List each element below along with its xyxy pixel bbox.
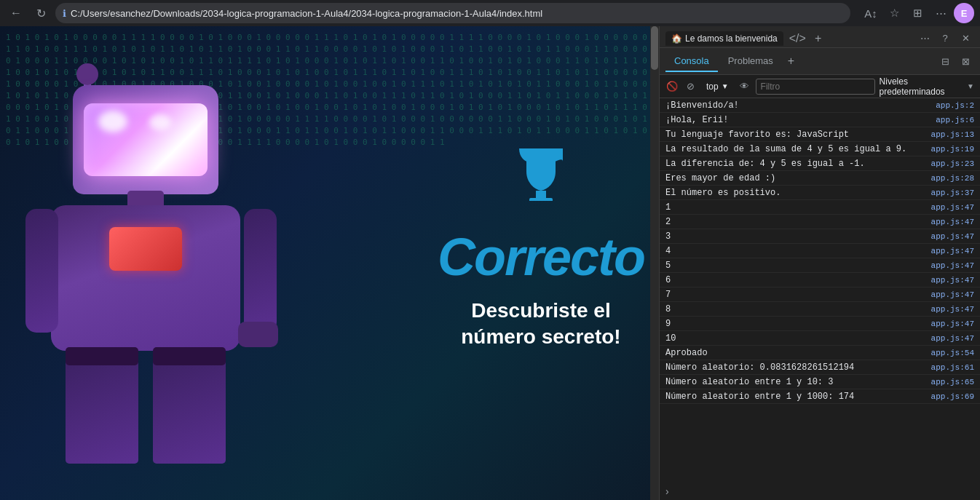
devtools-header: 🏠 Le damos la bienvenida </> + ⋯ ? ✕ Con… — [660, 26, 980, 75]
console-text: ¡Bienvenido/a! — [665, 100, 739, 111]
console-link[interactable]: app.js:47 — [931, 261, 974, 270]
console-link[interactable]: app.js:47 — [931, 290, 974, 299]
tab-add-button[interactable]: + — [783, 52, 799, 71]
pinned-tab[interactable]: 🏠 Le damos la bienvenida — [665, 31, 783, 46]
console-link[interactable]: app.js:47 — [931, 218, 974, 226]
address-bar[interactable]: ℹ C:/Users/esanchez/Downloads/2034-logic… — [55, 3, 850, 23]
console-line: 2app.js:47 — [660, 215, 980, 229]
bookmark-button[interactable]: ☆ — [884, 3, 904, 23]
profile-button[interactable]: E — [954, 3, 974, 23]
devtools-tabs: Consola Problemas + ⊟ ⊠ — [660, 48, 980, 74]
dock-button[interactable]: ⊠ — [957, 52, 974, 70]
eye-button[interactable]: 👁 — [738, 79, 751, 95]
subtitle-line1: Descubriste el — [471, 299, 610, 322]
console-link[interactable]: app.js:6 — [936, 116, 974, 124]
console-line: Número aleatorio entre 1 y 1000: 174app.… — [660, 389, 980, 404]
split-view-button[interactable]: ⊟ — [936, 52, 954, 70]
context-selector[interactable]: top ▼ — [702, 80, 733, 93]
console-text: 4 — [665, 246, 671, 256]
page-scrollbar[interactable] — [650, 26, 659, 500]
console-link[interactable]: app.js:37 — [931, 189, 974, 197]
robot-visor-shine — [98, 111, 127, 132]
console-link[interactable]: app.js:61 — [931, 363, 974, 372]
console-text: Número aleatorio entre 1 y 1000: 174 — [665, 392, 854, 402]
console-line: 8app.js:47 — [660, 302, 980, 317]
favorites-button[interactable]: ⊞ — [907, 3, 928, 23]
console-line: ¡Hola, Erii!app.js:6 — [660, 113, 980, 127]
console-text: 9 — [665, 319, 671, 329]
filter-toggle-button[interactable]: ⊘ — [684, 79, 698, 95]
levels-chevron-icon[interactable]: ▼ — [967, 82, 974, 90]
console-link[interactable]: app.js:2 — [936, 101, 974, 110]
back-button[interactable]: ← — [6, 3, 26, 23]
console-link[interactable]: app.js:13 — [931, 130, 974, 139]
console-text: 3 — [665, 231, 671, 242]
devtools-help-button[interactable]: ? — [936, 30, 954, 47]
console-line: Número aleatorio: 0.0831628261512194app.… — [660, 360, 980, 375]
console-link[interactable]: app.js:23 — [931, 159, 974, 168]
console-link[interactable]: app.js:47 — [931, 247, 974, 255]
console-line: Número aleatorio entre 1 y 10: 3app.js:6… — [660, 375, 980, 389]
browser-chrome: ← ↻ ℹ C:/Users/esanchez/Downloads/2034-l… — [0, 0, 980, 26]
console-text: 7 — [665, 290, 671, 300]
console-link[interactable]: app.js:65 — [931, 378, 974, 386]
page-content: Correcto Descubriste el número secreto! — [438, 143, 644, 351]
console-link[interactable]: app.js:47 — [931, 203, 974, 212]
console-link[interactable]: app.js:47 — [931, 334, 974, 343]
robot-foot-right — [153, 347, 226, 365]
robot-arm-right — [244, 209, 277, 333]
robot-head — [73, 85, 218, 194]
robot-leg-left — [66, 347, 138, 464]
console-link[interactable]: app.js:47 — [931, 276, 974, 285]
console-link[interactable]: app.js:19 — [931, 145, 974, 154]
console-text: 5 — [665, 261, 671, 271]
console-link[interactable]: app.js:28 — [931, 174, 974, 183]
console-text: 1 — [665, 202, 671, 213]
robot-legs — [66, 347, 226, 464]
filter-input[interactable] — [756, 79, 875, 95]
content-area: 1 0 1 0 1 0 1 0 0 0 0 0 1 1 1 1 0 0 0 0 … — [0, 26, 980, 500]
title-bar: ← ↻ ℹ C:/Users/esanchez/Downloads/2034-l… — [0, 0, 980, 26]
robot-chest-light — [109, 227, 182, 271]
console-line: La diferencia de: 4 y 5 es igual a -1.ap… — [660, 156, 980, 171]
console-text: Tu lenguaje favorito es: JavaScript — [665, 130, 849, 140]
more-button[interactable]: ⋯ — [930, 3, 951, 23]
code-button[interactable]: </> — [786, 32, 809, 45]
console-expand-button[interactable]: › — [660, 483, 980, 500]
devtools-close-button[interactable]: ⋯ — [916, 30, 933, 47]
tab-problems[interactable]: Problemas — [719, 51, 782, 72]
robot-arm-left — [25, 209, 58, 333]
reload-button[interactable]: ↻ — [31, 3, 51, 23]
console-line: El número es positivo.app.js:37 — [660, 186, 980, 200]
svg-rect-1 — [529, 198, 553, 201]
robot-area — [0, 26, 306, 485]
clear-console-button[interactable]: 🚫 — [665, 79, 679, 95]
console-link[interactable]: app.js:69 — [931, 392, 974, 401]
console-link[interactable]: app.js:47 — [931, 305, 974, 314]
main-page: 1 0 1 0 1 0 1 0 0 0 0 0 1 1 1 1 0 0 0 0 … — [0, 26, 659, 500]
devtools-close-x-button[interactable]: ✕ — [957, 30, 974, 47]
console-line: 7app.js:47 — [660, 287, 980, 302]
translate-button[interactable]: A↕ — [861, 3, 881, 23]
console-line: 9app.js:47 — [660, 317, 980, 331]
robot-body — [51, 205, 240, 351]
info-icon: ℹ — [63, 8, 66, 19]
robot-figure — [15, 63, 291, 485]
console-text: La diferencia de: 4 y 5 es igual a -1. — [665, 159, 865, 169]
add-tab-button[interactable]: + — [812, 32, 824, 45]
tab-console[interactable]: Consola — [665, 51, 718, 72]
home-icon: 🏠 — [671, 33, 682, 44]
console-line: La resultado de la suma de 4 y 5 es igua… — [660, 142, 980, 156]
devtools-panel: 🏠 Le damos la bienvenida </> + ⋯ ? ✕ Con… — [659, 26, 980, 500]
robot-foot-left — [66, 347, 138, 365]
scrollbar-thumb[interactable] — [651, 26, 658, 70]
console-line: Eres mayor de edad :)app.js:28 — [660, 171, 980, 186]
console-line: 4app.js:47 — [660, 244, 980, 258]
console-link[interactable]: app.js:47 — [931, 320, 974, 328]
devtools-tab-icons: ⊟ ⊠ — [936, 52, 974, 70]
context-label: top — [706, 82, 719, 92]
console-text: 2 — [665, 217, 671, 227]
pinned-tab-label: Le damos la bienvenida — [685, 33, 778, 44]
console-link[interactable]: app.js:47 — [931, 232, 974, 241]
console-link[interactable]: app.js:54 — [931, 349, 974, 357]
